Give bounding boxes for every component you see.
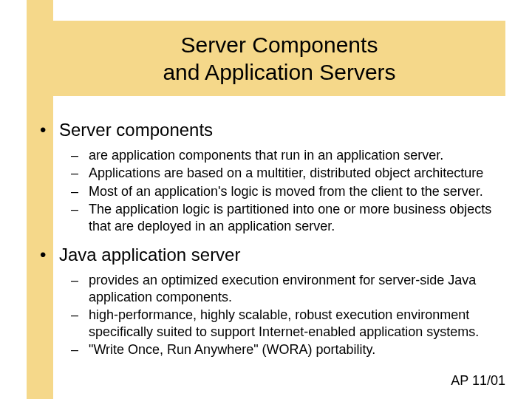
title-line-2: and Application Servers <box>163 58 395 86</box>
dash-icon: – <box>71 273 89 288</box>
sub-text: provides an optimized execution environm… <box>89 272 505 305</box>
dash-icon: – <box>71 184 89 200</box>
list-item: – Applications are based on a multitier,… <box>71 165 505 182</box>
list-item: – The application logic is partitioned i… <box>71 201 505 234</box>
sub-text: Applications are based on a multitier, d… <box>89 165 483 182</box>
sub-text: high-performance, highly scalable, robus… <box>89 307 505 340</box>
content-area: • Server components – are application co… <box>40 114 505 360</box>
sub-text: Most of an application's logic is moved … <box>89 183 483 200</box>
dash-icon: – <box>71 342 89 358</box>
bullet-dot-icon: • <box>40 246 59 264</box>
list-item: – high-performance, highly scalable, rob… <box>71 307 505 340</box>
list-item: – "Write Once, Run Anywhere" (WORA) port… <box>71 341 505 358</box>
sub-text: The application logic is partitioned int… <box>89 201 505 234</box>
dash-icon: – <box>71 148 89 163</box>
list-item: – provides an optimized execution enviro… <box>71 272 505 305</box>
footer-text: AP 11/01 <box>451 373 505 389</box>
list-item: – are application components that run in… <box>71 147 505 164</box>
dash-icon: – <box>71 202 89 217</box>
list-item: – Most of an application's logic is move… <box>71 183 505 200</box>
dash-icon: – <box>71 166 89 181</box>
title-band: Server Components and Application Server… <box>27 21 505 96</box>
sub-text: are application components that run in a… <box>89 147 443 164</box>
slide: Server Components and Application Server… <box>0 0 532 399</box>
bullet-2-sublist: – provides an optimized execution enviro… <box>71 272 505 358</box>
bullet-1: • Server components <box>40 120 505 141</box>
bullet-1-sublist: – are application components that run in… <box>71 147 505 235</box>
bullet-2: • Java application server <box>40 245 505 266</box>
bullet-2-label: Java application server <box>59 245 240 266</box>
title-line-1: Server Components <box>181 31 378 59</box>
bullet-dot-icon: • <box>40 121 59 139</box>
bullet-1-label: Server components <box>59 120 213 141</box>
sub-text: "Write Once, Run Anywhere" (WORA) portab… <box>89 341 375 358</box>
dash-icon: – <box>71 307 89 323</box>
